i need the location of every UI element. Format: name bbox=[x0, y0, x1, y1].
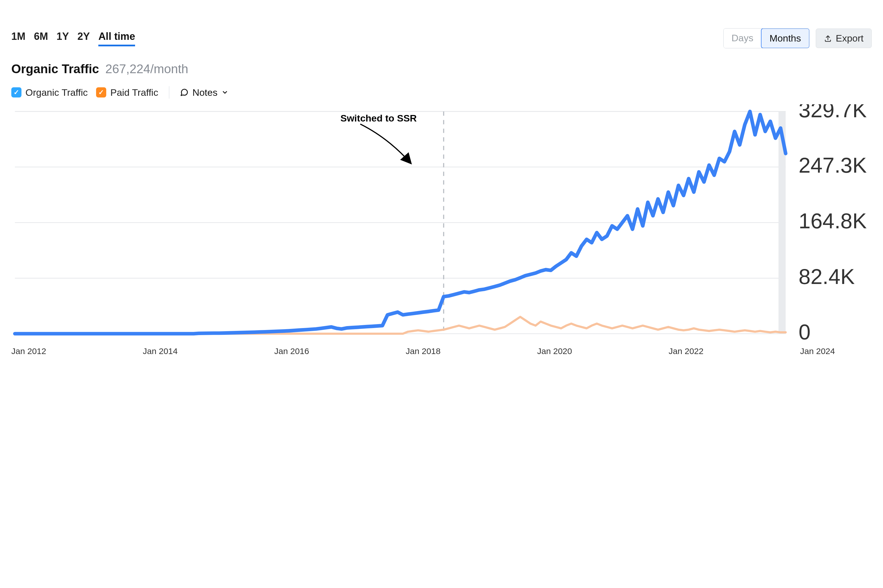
x-tick-label: Jan 2018 bbox=[406, 346, 441, 356]
chart-area: 329.7K247.3K164.8K82.4K0 Switched to SSR bbox=[11, 104, 872, 341]
granularity-months[interactable]: Months bbox=[761, 28, 810, 48]
range-tab-all-time[interactable]: All time bbox=[98, 30, 135, 46]
chart-title: Organic Traffic bbox=[11, 62, 99, 76]
x-tick-label: Jan 2014 bbox=[143, 346, 177, 356]
svg-text:0: 0 bbox=[799, 320, 810, 341]
legend-paid[interactable]: ✓ Paid Traffic bbox=[96, 87, 158, 98]
x-tick-label: Jan 2022 bbox=[669, 346, 703, 356]
chart-heading: Organic Traffic 267,224/month bbox=[11, 62, 872, 76]
svg-text:247.3K: 247.3K bbox=[799, 153, 867, 177]
export-button[interactable]: Export bbox=[816, 28, 872, 48]
right-controls: Days Months Export bbox=[723, 28, 872, 48]
x-tick-label: Jan 2012 bbox=[11, 346, 46, 356]
legend-row: ✓ Organic Traffic ✓ Paid Traffic Notes bbox=[11, 86, 872, 99]
time-range-tabs: 1M 6M 1Y 2Y All time bbox=[11, 30, 135, 46]
legend-organic-label: Organic Traffic bbox=[25, 87, 88, 98]
range-tab-1y[interactable]: 1Y bbox=[57, 30, 69, 46]
svg-text:82.4K: 82.4K bbox=[799, 264, 855, 288]
x-tick-label: Jan 2016 bbox=[274, 346, 309, 356]
arrow-icon bbox=[357, 121, 420, 169]
notes-label: Notes bbox=[192, 87, 217, 98]
range-tab-2y[interactable]: 2Y bbox=[77, 30, 90, 46]
x-axis-labels: Jan 2012Jan 2014Jan 2016Jan 2018Jan 2020… bbox=[11, 346, 872, 356]
x-tick-label: Jan 2020 bbox=[537, 346, 572, 356]
note-icon bbox=[180, 88, 189, 97]
range-tab-1m[interactable]: 1M bbox=[11, 30, 25, 46]
legend-organic[interactable]: ✓ Organic Traffic bbox=[11, 87, 88, 98]
granularity-days[interactable]: Days bbox=[724, 28, 761, 48]
svg-text:329.7K: 329.7K bbox=[799, 104, 867, 122]
x-tick-label: Jan 2024 bbox=[800, 346, 835, 356]
granularity-toggle: Days Months bbox=[723, 28, 810, 48]
annotation-switched-to-ssr: Switched to SSR bbox=[340, 113, 417, 124]
chevron-down-icon bbox=[222, 89, 228, 96]
legend-paid-label: Paid Traffic bbox=[110, 87, 158, 98]
notes-button[interactable]: Notes bbox=[180, 87, 228, 98]
chart-value: 267,224/month bbox=[105, 62, 189, 76]
checkbox-icon: ✓ bbox=[96, 87, 106, 98]
export-label: Export bbox=[836, 33, 864, 44]
top-toolbar: 1M 6M 1Y 2Y All time Days Months Export bbox=[11, 28, 872, 48]
svg-text:164.8K: 164.8K bbox=[799, 209, 867, 233]
traffic-chart[interactable]: 329.7K247.3K164.8K82.4K0 bbox=[11, 104, 872, 341]
checkbox-icon: ✓ bbox=[11, 87, 21, 98]
upload-icon bbox=[824, 34, 832, 42]
range-tab-6m[interactable]: 6M bbox=[34, 30, 48, 46]
